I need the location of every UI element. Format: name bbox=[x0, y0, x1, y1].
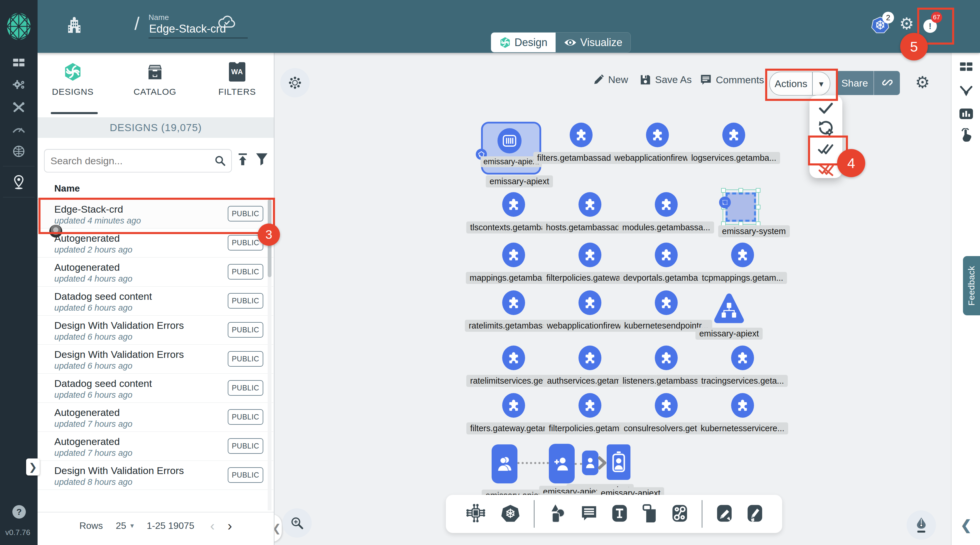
node-shape-badge bbox=[719, 197, 731, 208]
design-row[interactable]: Autogeneratedupdated 4 hours agoPUBLIC bbox=[38, 257, 273, 287]
caret-down-icon: ▾ bbox=[130, 521, 134, 530]
design-row[interactable]: Autogeneratedupdated 7 hours agoPUBLIC bbox=[38, 432, 273, 461]
design-row[interactable]: Design With Validation Errorsupdated 6 h… bbox=[38, 345, 273, 374]
node-label: emissary-apiext bbox=[480, 156, 542, 167]
annotation-step-3: 3 bbox=[258, 224, 280, 246]
canvas-node-emissary-system-selected[interactable] bbox=[722, 189, 759, 225]
mode-toggle: Design Visualize bbox=[491, 32, 631, 52]
canvas-hub-button[interactable] bbox=[280, 68, 310, 97]
top-header: / Name Design Visualize 2 ⚙ ! 67 bbox=[38, 0, 980, 53]
comment-tool-icon[interactable] bbox=[581, 505, 598, 523]
design-row[interactable]: Design With Validation Errorsupdated 6 h… bbox=[38, 316, 273, 345]
tab-filters-label: FILTERS bbox=[218, 87, 256, 97]
canvas-settings-gear-icon[interactable]: ⚙ bbox=[915, 73, 930, 92]
next-page-button[interactable]: › bbox=[228, 518, 232, 534]
canvas-node-account-add[interactable] bbox=[549, 444, 575, 483]
canvas-node-id-card[interactable] bbox=[607, 444, 630, 480]
tab-visualize[interactable]: Visualize bbox=[555, 33, 630, 52]
node-label: tcpmappings.getam... bbox=[698, 272, 787, 284]
design-canvas[interactable]: New Save As Comments Actions ▾ Share ⚙ bbox=[274, 53, 951, 545]
sidebar-kanvas-pin-icon[interactable] bbox=[0, 174, 38, 191]
node-label: emissary-system bbox=[718, 225, 790, 237]
edge-arrow bbox=[596, 455, 608, 470]
share-button[interactable]: Share bbox=[836, 71, 900, 95]
eye-icon bbox=[564, 38, 577, 47]
search-icon[interactable] bbox=[214, 155, 231, 167]
comments-button-label: Comments bbox=[716, 74, 764, 86]
organization-icon[interactable] bbox=[67, 17, 81, 35]
kanvas-app: ❯ ? v0.7.76 / Name Design Visualize bbox=[0, 0, 980, 545]
design-search-box bbox=[44, 149, 232, 173]
crd-puzzle-icon bbox=[655, 346, 678, 370]
tab-catalog[interactable]: CATALOG bbox=[121, 59, 189, 111]
page-size-select[interactable]: 25▾ bbox=[116, 520, 134, 531]
freehand-pencil-icon[interactable] bbox=[747, 504, 763, 524]
copy-link-icon[interactable] bbox=[874, 78, 900, 89]
app-sidebar: ❯ ? v0.7.76 bbox=[0, 0, 38, 545]
dock-grid-icon[interactable] bbox=[951, 58, 980, 76]
prev-page-button[interactable]: ‹ bbox=[210, 518, 215, 534]
settings-gear-icon[interactable]: ⚙ bbox=[899, 14, 914, 33]
canvas-node-emissary-apiext-namespace[interactable]: emissary-apiext bbox=[481, 122, 541, 175]
canvas-node-service-account[interactable] bbox=[492, 444, 517, 483]
tab-designs[interactable]: DESIGNS bbox=[39, 59, 107, 111]
help-button[interactable]: ? bbox=[12, 505, 26, 519]
tab-filters[interactable]: WA FILTERS bbox=[204, 59, 271, 111]
shapes-icon[interactable] bbox=[548, 504, 566, 524]
annotate-pen-icon[interactable] bbox=[716, 504, 733, 524]
crd-puzzle-icon bbox=[579, 243, 601, 267]
design-row[interactable]: Datadog seed contentupdated 6 hours agoP… bbox=[38, 374, 273, 403]
crd-puzzle-icon bbox=[722, 122, 745, 147]
crd-puzzle-icon bbox=[655, 393, 678, 418]
dock-merge-arrows-icon[interactable] bbox=[951, 82, 980, 100]
sidebar-expand-button[interactable]: ❯ bbox=[26, 458, 40, 475]
crd-puzzle-icon bbox=[502, 346, 525, 370]
annotation-step-5: 5 bbox=[900, 33, 928, 60]
toolbar-divider bbox=[702, 500, 702, 528]
notes-tool-icon[interactable] bbox=[641, 504, 657, 524]
tab-visualize-label: Visualize bbox=[580, 37, 622, 49]
dock-collapse-icon[interactable]: ❮ bbox=[951, 516, 980, 534]
meshery-design-icon bbox=[499, 37, 511, 48]
import-design-icon[interactable] bbox=[237, 153, 249, 168]
zoom-button[interactable] bbox=[282, 508, 312, 538]
account-plus-icon bbox=[554, 456, 570, 472]
menu-item-validate[interactable] bbox=[810, 99, 842, 118]
design-row[interactable]: Autogeneratedupdated 7 hours agoPUBLIC bbox=[38, 403, 273, 432]
new-design-button[interactable]: New bbox=[593, 74, 628, 85]
save-as-button[interactable]: Save As bbox=[640, 74, 692, 85]
text-tool-icon[interactable] bbox=[611, 504, 628, 524]
menu-item-dry-run-icon[interactable] bbox=[810, 119, 842, 138]
toolbar-divider bbox=[534, 500, 535, 528]
visibility-badge: PUBLIC bbox=[228, 322, 263, 338]
mesh-hub-icon bbox=[288, 76, 301, 89]
meshery-logo[interactable] bbox=[4, 12, 33, 41]
design-pen-mode-button[interactable] bbox=[907, 510, 936, 540]
sidebar-dashboard-icon[interactable] bbox=[0, 54, 38, 71]
design-row[interactable]: Design With Validation Errorsupdated 8 h… bbox=[38, 461, 273, 490]
components-chip-icon[interactable] bbox=[465, 504, 487, 524]
design-row[interactable]: Datadog seed contentupdated 6 hours agoP… bbox=[38, 287, 273, 316]
annotation-step-4: 4 bbox=[837, 149, 865, 177]
filter-funnel-icon[interactable] bbox=[255, 153, 268, 167]
sidebar-extensions-icon[interactable] bbox=[0, 143, 38, 160]
page-range: 1-25 19075 bbox=[147, 520, 194, 531]
kubernetes-toolbar-icon[interactable] bbox=[501, 504, 520, 524]
crd-puzzle-icon bbox=[502, 393, 525, 418]
sidebar-configuration-icon[interactable] bbox=[0, 99, 38, 116]
dock-dashboard-chart-icon[interactable] bbox=[951, 105, 980, 122]
shapes-toolbar bbox=[446, 495, 782, 533]
tab-designs-label: DESIGNS bbox=[52, 87, 94, 97]
comments-button[interactable]: Comments bbox=[700, 74, 764, 86]
crd-puzzle-icon bbox=[579, 192, 601, 217]
search-input[interactable] bbox=[45, 155, 214, 167]
list-scrollbar[interactable] bbox=[268, 199, 272, 510]
crd-puzzle-icon bbox=[579, 393, 601, 418]
dock-interaction-hand-icon[interactable] bbox=[951, 126, 980, 144]
feedback-tab[interactable]: Feedback bbox=[963, 256, 980, 315]
link-tool-icon[interactable] bbox=[671, 504, 688, 524]
sidebar-lifecycle-icon[interactable] bbox=[0, 77, 38, 93]
tab-design[interactable]: Design bbox=[491, 33, 555, 52]
sidebar-performance-icon[interactable] bbox=[0, 121, 38, 137]
pagination-bar: Rows 25▾ 1-25 19075 ‹ › bbox=[38, 512, 274, 539]
